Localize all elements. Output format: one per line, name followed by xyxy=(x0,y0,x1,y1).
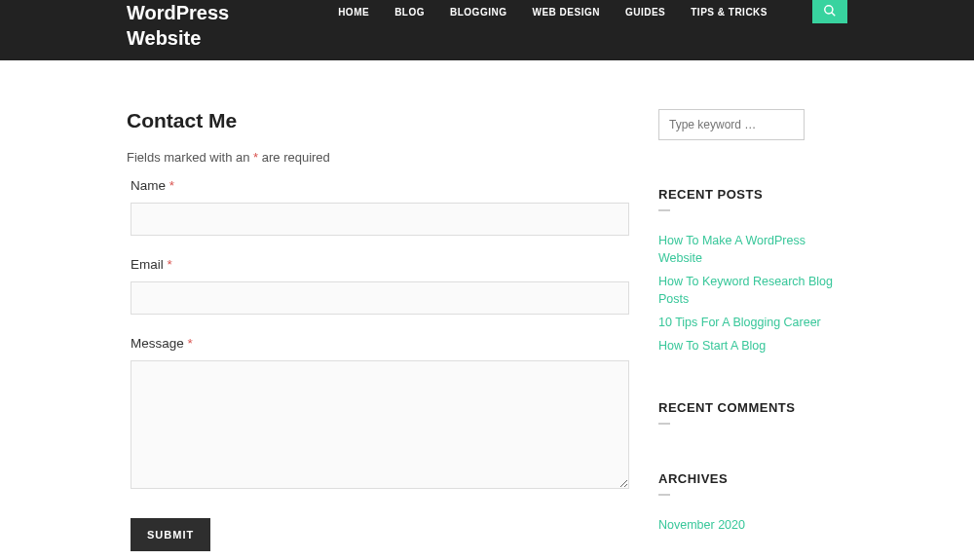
form-group-message: Message * xyxy=(127,336,629,493)
site-header: WordPress Website HOME BLOG BLOGGING WEB… xyxy=(0,0,974,60)
site-title-line1: WordPress xyxy=(127,2,229,23)
recent-comments-title: RECENT COMMENTS xyxy=(658,400,847,415)
widget-recent-posts: RECENT POSTS How To Make A WordPress Web… xyxy=(658,187,847,354)
form-group-name: Name * xyxy=(127,178,629,236)
name-label: Name * xyxy=(131,178,629,193)
widget-recent-comments: RECENT COMMENTS xyxy=(658,400,847,425)
widget-underline xyxy=(658,423,670,425)
required-fields-note: Fields marked with an * are required xyxy=(127,150,629,165)
widget-archives: ARCHIVES November 2020 xyxy=(658,471,847,533)
nav-web-design[interactable]: WEB DESIGN xyxy=(532,7,599,18)
search-icon xyxy=(823,4,837,18)
nav-blog[interactable]: BLOG xyxy=(394,7,425,18)
site-title[interactable]: WordPress Website xyxy=(127,0,229,51)
list-item: How To Make A WordPress Website xyxy=(658,231,847,266)
search-button[interactable] xyxy=(812,0,847,23)
email-input[interactable] xyxy=(131,281,629,315)
search-input[interactable] xyxy=(658,109,805,140)
svg-point-0 xyxy=(825,6,833,14)
name-input[interactable] xyxy=(131,203,629,236)
list-item: 10 Tips For A Blogging Career xyxy=(658,313,847,330)
recent-post-link[interactable]: How To Make A WordPress Website xyxy=(658,234,805,265)
recent-post-link[interactable]: How To Keyword Research Blog Posts xyxy=(658,275,833,306)
sidebar: RECENT POSTS How To Make A WordPress Web… xyxy=(658,109,847,560)
list-item: How To Start A Blog xyxy=(658,336,847,354)
primary-nav: HOME BLOG BLOGGING WEB DESIGN GUIDES TIP… xyxy=(338,0,847,23)
widget-underline xyxy=(658,494,670,496)
svg-line-1 xyxy=(832,13,836,17)
widget-underline xyxy=(658,209,670,211)
nav-blogging[interactable]: BLOGGING xyxy=(450,7,506,18)
submit-button[interactable]: SUBMIT xyxy=(131,518,210,551)
list-item: November 2020 xyxy=(658,515,847,533)
page-title: Contact Me xyxy=(127,109,629,132)
archive-link[interactable]: November 2020 xyxy=(658,518,745,532)
nav-home[interactable]: HOME xyxy=(338,7,369,18)
message-textarea[interactable] xyxy=(131,360,629,489)
nav-tips-tricks[interactable]: TIPS & TRICKS xyxy=(691,7,768,18)
recent-posts-title: RECENT POSTS xyxy=(658,187,847,202)
recent-post-link[interactable]: 10 Tips For A Blogging Career xyxy=(658,316,821,329)
main-content: Contact Me Fields marked with an * are r… xyxy=(127,109,629,560)
form-group-email: Email * xyxy=(127,257,629,315)
archives-list: November 2020 xyxy=(658,515,847,533)
page-container: Contact Me Fields marked with an * are r… xyxy=(0,60,974,560)
archives-title: ARCHIVES xyxy=(658,471,847,486)
message-label: Message * xyxy=(131,336,629,351)
recent-posts-list: How To Make A WordPress Website How To K… xyxy=(658,231,847,354)
email-label: Email * xyxy=(131,257,629,272)
recent-post-link[interactable]: How To Start A Blog xyxy=(658,339,766,353)
site-title-line2: Website xyxy=(127,27,201,49)
list-item: How To Keyword Research Blog Posts xyxy=(658,272,847,307)
nav-guides[interactable]: GUIDES xyxy=(625,7,665,18)
